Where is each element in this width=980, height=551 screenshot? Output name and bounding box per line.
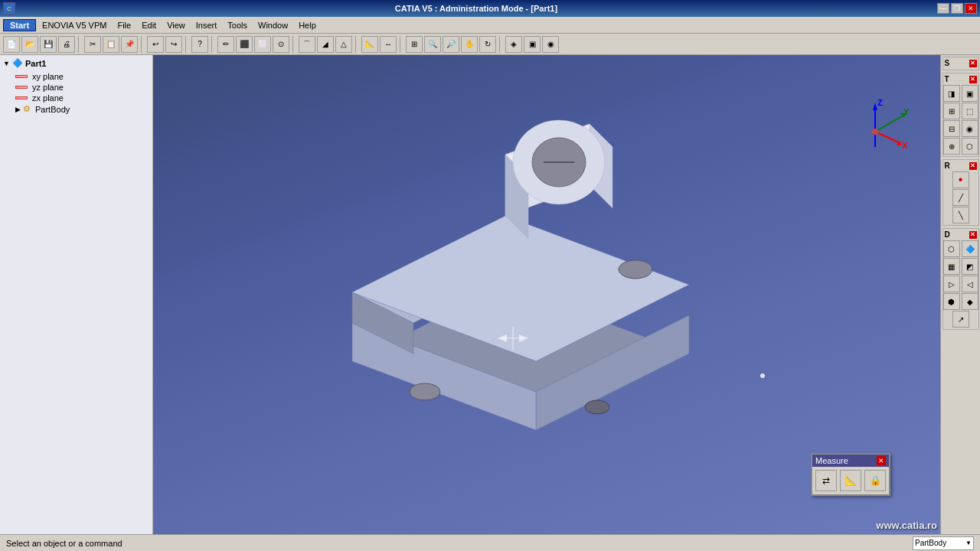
tb-measure[interactable]: 📐 [361, 36, 378, 53]
tb-zoomout[interactable]: 🔎 [443, 36, 459, 53]
tb-draft[interactable]: △ [335, 36, 352, 53]
tree-partbody[interactable]: ▶ ⚙ PartBody [3, 103, 149, 115]
rp-r-row1: • [952, 171, 969, 188]
tb-new[interactable]: 📄 [3, 36, 20, 53]
svg-text:X: X [902, 141, 908, 150]
tb-print[interactable]: 🖨 [58, 36, 75, 53]
tb-render[interactable]: ◈ [505, 36, 522, 53]
rp-t-btn2[interactable]: ▣ [962, 85, 978, 102]
tb-pad[interactable]: ⬛ [236, 36, 253, 53]
rp-t-row1: ◨ ▣ [943, 85, 978, 102]
tb-sketch[interactable]: ✏ [217, 36, 234, 53]
toolbar-sep7 [400, 36, 403, 53]
toolbar-sep8 [499, 36, 502, 53]
rp-t-btn3[interactable]: ⊞ [943, 103, 960, 119]
cursor-position [760, 373, 765, 378]
rp-r-dot[interactable]: • [952, 171, 969, 188]
rp-t-btn7[interactable]: ⊕ [943, 138, 960, 155]
svg-point-13 [619, 260, 652, 279]
toolbar-sep3 [185, 36, 188, 53]
menu-tools[interactable]: Tools [223, 19, 252, 31]
right-panel: S ✕ T ✕ ◨ ▣ ⊞ ⬚ ⊟ ◉ ⊕ ⬡ [940, 55, 980, 534]
tb-copy[interactable]: 📋 [103, 36, 119, 53]
menu-view[interactable]: View [162, 19, 190, 31]
minimize-button[interactable]: — [937, 3, 949, 14]
rp-r-row3: ╲ [952, 207, 969, 223]
tb-paste[interactable]: 📌 [121, 36, 138, 53]
rp-t-btn8[interactable]: ⬡ [962, 138, 978, 155]
rp-d-btn4[interactable]: ◩ [962, 258, 978, 275]
rp-d-btn7[interactable]: ⬢ [943, 293, 960, 310]
rp-d-btn3[interactable]: ▦ [943, 258, 960, 275]
tb-redo[interactable]: ↪ [165, 36, 182, 53]
measure-close-button[interactable]: ✕ [877, 456, 886, 465]
rp-r-line1[interactable]: ╱ [952, 189, 969, 206]
tb-zoomfit[interactable]: ⊞ [406, 36, 423, 53]
menu-help[interactable]: Help [294, 19, 321, 31]
tb-undo[interactable]: ↩ [147, 36, 164, 53]
tree-root-part1[interactable]: ▼ 🔷 Part1 [3, 58, 149, 68]
rp-d-btn1[interactable]: ⬡ [943, 240, 960, 257]
svg-text:Y: Y [903, 107, 910, 116]
tb-distance[interactable]: ↔ [380, 36, 397, 53]
measure-btn-angle[interactable]: 📐 [840, 470, 861, 491]
rp-d-label: D [945, 230, 950, 239]
tb-pan[interactable]: ✋ [461, 36, 478, 53]
yz-plane-icon [15, 86, 28, 89]
rp-t-close[interactable]: ✕ [969, 76, 977, 83]
tb-fillet[interactable]: ⌒ [299, 36, 315, 53]
status-text: Select an object or a command [6, 539, 906, 548]
rp-section-s: S ✕ [942, 57, 979, 70]
menubar: Start ENOVIA V5 VPM File Edit View Inser… [0, 17, 980, 34]
viewport[interactable]: Z Y X Measure ✕ ⇄ 📐 🔒 [153, 55, 940, 534]
rp-t-btn4[interactable]: ⬚ [962, 103, 978, 119]
rp-d-btn8[interactable]: ◆ [962, 293, 978, 310]
svg-point-29 [872, 129, 878, 135]
measure-btn-swap[interactable]: ⇄ [815, 470, 837, 491]
tb-save[interactable]: 💾 [40, 36, 57, 53]
tb-help[interactable]: ? [191, 36, 208, 53]
rp-t-btn6[interactable]: ◉ [962, 120, 978, 137]
rp-r-close[interactable]: ✕ [969, 162, 977, 170]
rp-d-btn5[interactable]: ▷ [943, 276, 960, 292]
tb-pocket[interactable]: ⬜ [254, 36, 271, 53]
rp-d-close[interactable]: ✕ [969, 231, 977, 239]
tb-chamfer[interactable]: ◢ [317, 36, 334, 53]
tb-zoomin[interactable]: 🔍 [424, 36, 441, 53]
tb-open[interactable]: 📂 [21, 36, 38, 53]
menu-edit[interactable]: Edit [137, 19, 161, 31]
rp-r-line2[interactable]: ╲ [952, 207, 969, 223]
tb-cut[interactable]: ✂ [84, 36, 101, 53]
tree-xy-plane[interactable]: xy plane [3, 71, 149, 82]
menu-insert[interactable]: Insert [191, 19, 222, 31]
menu-window[interactable]: Window [253, 19, 292, 31]
menu-enovia[interactable]: ENOVIA V5 VPM [38, 19, 111, 31]
partbody-label: PartBody [35, 105, 70, 114]
rp-section-d-header: D ✕ [945, 230, 977, 239]
combo-arrow-icon: ▼ [965, 540, 972, 546]
window-controls: — ❐ ✕ [937, 3, 977, 14]
tree-root-label: Part1 [25, 59, 47, 68]
rp-t-btn1[interactable]: ◨ [943, 85, 960, 102]
tb-rotate[interactable]: ↻ [479, 36, 496, 53]
tb-hole[interactable]: ⊙ [273, 36, 289, 53]
tb-material[interactable]: ▣ [524, 36, 541, 53]
rp-d-btn2[interactable]: 🔷 [962, 240, 978, 257]
tree-zx-plane[interactable]: zx plane [3, 93, 149, 103]
restore-button[interactable]: ❐ [951, 3, 963, 14]
rp-s-close[interactable]: ✕ [969, 60, 977, 67]
menu-file[interactable]: File [113, 19, 136, 31]
toolbar-sep1 [78, 36, 81, 53]
menu-start[interactable]: Start [3, 19, 36, 31]
partbody-combo[interactable]: PartBody ▼ [913, 536, 974, 550]
window-title: CATIA V5 : Administration Mode - [Part1] [15, 4, 937, 13]
rp-r-row2: ╱ [952, 189, 969, 206]
rp-t-btn5[interactable]: ⊟ [943, 120, 960, 137]
rp-d-btn9[interactable]: ↗ [952, 311, 969, 328]
tb-display[interactable]: ◉ [542, 36, 559, 53]
rp-d-btn6[interactable]: ◁ [962, 276, 978, 292]
close-button[interactable]: ✕ [965, 3, 977, 14]
main-area: ▼ 🔷 Part1 xy plane yz plane zx plane ▶ ⚙… [0, 55, 980, 534]
tree-yz-plane[interactable]: yz plane [3, 82, 149, 93]
measure-btn-lock[interactable]: 🔒 [864, 470, 886, 491]
